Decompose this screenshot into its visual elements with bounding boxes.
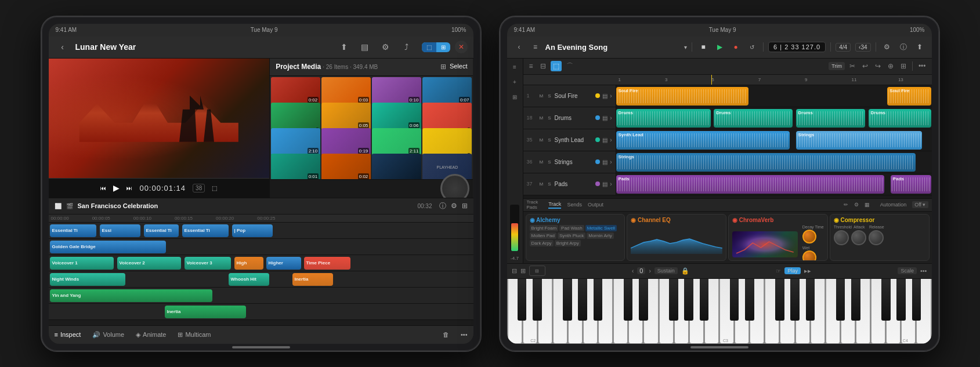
fcp-clip-voiceover1[interactable]: Voiceover 1 (50, 257, 114, 270)
fcp-more-button[interactable]: ••• (461, 331, 468, 338)
fcp-skip-back-button[interactable]: ⏮ (100, 185, 106, 191)
gb-record-button[interactable]: ● (729, 41, 742, 53)
gb-clip-pads-main[interactable]: Pads (616, 175, 884, 194)
wk-5[interactable] (568, 279, 583, 344)
gb-mute-btn-5[interactable]: M (538, 181, 545, 187)
gb-preset-morningarty[interactable]: Mornin Arty (587, 232, 613, 239)
fcp-layout-icon[interactable]: ⊞ (462, 202, 468, 210)
fcp-thumb-13[interactable]: 0:01 (271, 154, 320, 179)
gb-tempo[interactable]: ‹34 (855, 43, 870, 52)
wk-21[interactable] (811, 279, 825, 344)
fcp-close-button[interactable]: ✕ (455, 41, 468, 53)
gb-track-chevron-2[interactable]: › (610, 115, 612, 121)
wk-4[interactable] (553, 279, 567, 344)
gb-track-chevron-5[interactable]: › (610, 181, 612, 187)
fcp-clip-essential3[interactable]: Essential Ti (144, 224, 179, 237)
wk-14[interactable] (704, 279, 719, 344)
gb-scale-btn[interactable]: Scale (898, 267, 917, 274)
gb-record-key-btn[interactable]: ▸▸ (804, 267, 811, 275)
gb-paste-btn[interactable]: ⊞ (898, 61, 909, 71)
gb-track-chevron-3[interactable]: › (610, 137, 612, 143)
gb-clip-drums-4[interactable]: Drums (869, 109, 932, 128)
gb-mute-btn-3[interactable]: M (538, 137, 545, 143)
wk-24[interactable] (856, 279, 870, 344)
fcp-settings-button[interactable]: ⚙ (378, 39, 394, 55)
gb-track-content-5[interactable]: Pads Pads (616, 173, 932, 195)
gb-preset-molten[interactable]: Molten Pad (530, 232, 556, 239)
gb-solo-btn-1[interactable]: S (547, 93, 552, 99)
wk-6[interactable] (583, 279, 598, 344)
fcp-volume-button[interactable]: 🔊 Volume (92, 331, 124, 339)
gb-preset-metallic[interactable]: Metallic Swell (585, 225, 617, 231)
gb-sustain-btn[interactable]: Sustain (654, 267, 678, 274)
gb-clip-drums-1[interactable]: Drums (616, 109, 711, 128)
wk-28[interactable] (916, 279, 931, 344)
gb-preset-padwash[interactable]: Pad Wash (559, 225, 584, 231)
gb-clip-pads-2[interactable]: Pads (891, 175, 932, 194)
gb-track-content-3[interactable]: Synth Lead Strings (616, 129, 932, 151)
gb-sidebar-btn-3[interactable]: ⊞ (508, 91, 521, 104)
gb-redo-btn[interactable]: ↪ (873, 61, 883, 71)
gb-share-btn[interactable]: ⬆ (913, 41, 926, 53)
wk-23[interactable] (841, 279, 855, 344)
gb-more-btn[interactable]: ••• (916, 61, 928, 71)
gb-view-btn-2[interactable]: ⊟ (538, 61, 548, 71)
fcp-thumb-4[interactable]: 0:07 (422, 77, 472, 105)
gb-release-knob[interactable] (869, 230, 884, 245)
fcp-clip-timepiece[interactable]: Time Piece (304, 257, 350, 270)
wk-17[interactable] (750, 279, 764, 344)
gb-track-chevron-1[interactable]: › (610, 93, 612, 99)
wk-2[interactable] (523, 279, 537, 344)
fcp-thumb-12[interactable] (422, 128, 472, 156)
gb-track-expand-5[interactable]: ▤ (602, 181, 607, 187)
gb-sidebar-btn-1[interactable]: ≡ (508, 61, 521, 74)
gb-mute-btn-2[interactable]: M (538, 115, 545, 121)
gb-threshold-knob[interactable] (834, 230, 849, 245)
gb-track-expand-4[interactable]: ▤ (602, 159, 607, 165)
gb-undo-btn[interactable]: ↩ (860, 61, 870, 71)
gb-clip-drums-3[interactable]: Drums (796, 109, 866, 128)
gb-track-expand-2[interactable]: ▤ (602, 115, 607, 121)
gb-play-button[interactable]: ▶ (713, 41, 726, 53)
wk-1[interactable] (508, 279, 522, 344)
fcp-clip-whoosh[interactable]: Whoosh Hit (229, 273, 269, 286)
gb-split-btn[interactable]: ✂ (847, 61, 858, 71)
fcp-thumb-6[interactable]: 0:05 (321, 103, 371, 130)
gb-output-tab[interactable]: Output (588, 202, 603, 208)
fcp-clip-yinyang[interactable]: Yin and Yang (50, 289, 212, 302)
fcp-clip-voiceover2[interactable]: Voiceover 2 (117, 257, 181, 270)
gb-attack-knob[interactable] (851, 230, 866, 245)
gb-preset-brightfoam[interactable]: Bright Foam (530, 225, 559, 231)
gb-track-tab[interactable]: Track (548, 201, 561, 209)
fcp-thumb-2[interactable]: 0:03 (321, 77, 371, 105)
gb-sidebar-btn-2[interactable]: + (508, 76, 521, 89)
gb-track-content-1[interactable]: Soul Fire Soul Fire (616, 85, 932, 107)
gb-clip-strings-1[interactable]: Strings (796, 131, 923, 150)
gb-sends-tab[interactable]: Sends (567, 202, 582, 208)
fcp-info-icon[interactable]: ⓘ (439, 201, 446, 211)
fcp-clip-inertia2[interactable]: Inertia (165, 306, 246, 318)
gb-decay-knob[interactable] (802, 230, 816, 244)
gb-solo-btn-3[interactable]: S (547, 137, 552, 143)
gb-piano-left-btn[interactable]: ‹ (632, 268, 634, 274)
wk-25[interactable] (871, 279, 885, 344)
gb-pads-btn[interactable]: ⊟ (529, 266, 545, 276)
gb-track-expand-3[interactable]: ▤ (602, 137, 607, 143)
fcp-thumb-11[interactable]: 2:11 (372, 128, 421, 156)
gb-view-btn-3[interactable]: ⬚ (551, 61, 562, 71)
fcp-grid-view-btn[interactable]: ⊞ (440, 63, 446, 71)
gb-trim-btn[interactable]: Trim (829, 62, 845, 70)
wk-22[interactable] (826, 279, 840, 344)
gb-clip-soulfire-1[interactable]: Soul Fire (616, 87, 748, 106)
gb-solo-btn-2[interactable]: S (547, 115, 552, 121)
wk-15[interactable] (719, 279, 734, 344)
wk-18[interactable] (765, 279, 779, 344)
fcp-animate-button[interactable]: ◈ Animate (136, 331, 166, 339)
gb-preset-brightarpy[interactable]: Bright Arpy (555, 240, 581, 246)
fcp-thumb-14[interactable]: 0:02 (321, 154, 371, 179)
fcp-play-button[interactable]: ▶ (113, 183, 120, 192)
gb-piano-icon[interactable]: ⊟ (512, 267, 517, 275)
fcp-back-button[interactable]: ‹ (55, 39, 71, 55)
fcp-thumb-7[interactable]: 0:06 (372, 103, 421, 130)
fcp-export-button[interactable]: ⤴ (399, 39, 415, 55)
